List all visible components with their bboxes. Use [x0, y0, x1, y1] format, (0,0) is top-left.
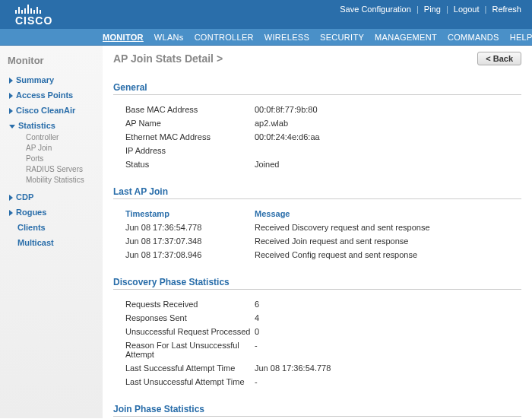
table-row: Unsuccessful Request Processed0 [113, 325, 521, 338]
value-req-recv: 6 [255, 300, 521, 309]
sidebar-item-rogues[interactable]: Rogues [0, 205, 103, 220]
sidebar-title: Monitor [0, 52, 103, 72]
nav-management[interactable]: MANAGEMENT [375, 33, 437, 42]
chevron-right-icon [9, 195, 13, 201]
nav-security[interactable]: SECURITY [320, 33, 364, 42]
cisco-logo: CISCO [15, 3, 52, 27]
label-ap-name: AP Name [125, 119, 255, 128]
top-header: CISCO Save Configuration | Ping | Logout… [0, 0, 532, 29]
value-base-mac: 00:0f:8f:77:9b:80 [255, 105, 521, 114]
sidebar-item-label: Rogues [16, 208, 46, 217]
sidebar-item-cisco-cleanair[interactable]: Cisco CleanAir [0, 103, 103, 118]
label-unsucc-req: Unsuccessful Request Processed [125, 327, 255, 336]
nav-wireless[interactable]: WIRELESS [264, 33, 309, 42]
label-ip: IP Address [125, 146, 255, 155]
sidebar-sub-radius-servers[interactable]: RADIUS Servers [26, 163, 98, 174]
sidebar-sub-label: Controller [26, 133, 59, 141]
value-status: Joined [255, 160, 521, 169]
cell-timestamp: Jun 08 17:37:08.946 [125, 250, 255, 259]
main: Monitor Summary Access Points Cisco Clea… [0, 46, 532, 418]
nav-bar: MONITOR WLANs CONTROLLER WIRELESS SECURI… [0, 29, 532, 46]
value-reason: - [255, 341, 521, 359]
section-general-head: General [113, 79, 521, 95]
table-row: Jun 08 17:37:07.348Received Join request… [113, 234, 521, 248]
sidebar-item-label: Statistics [18, 121, 55, 130]
table-row: StatusJoined [113, 157, 521, 171]
logout-link[interactable]: Logout [454, 5, 480, 14]
sidebar-item-label: CDP [16, 192, 33, 202]
nav-monitor[interactable]: MONITOR [103, 33, 144, 42]
table-row: Last Unsuccessful Attempt Time- [113, 375, 521, 389]
label-last-succ: Last Successful Attempt Time [125, 363, 255, 373]
nav-controller[interactable]: CONTROLLER [195, 33, 254, 42]
label-reason: Reason For Last Unsuccessful Attempt [125, 341, 255, 359]
save-config-link[interactable]: Save Configuration [340, 5, 411, 14]
sidebar-item-label: Multicast [9, 238, 54, 247]
value-last-unsucc: - [255, 377, 521, 386]
value-eth-mac: 00:0f:24:4e:d6:aa [255, 132, 521, 141]
sidebar-item-summary[interactable]: Summary [0, 72, 103, 87]
cisco-bars-icon [15, 3, 52, 14]
top-links: Save Configuration | Ping | Logout | Ref… [338, 5, 523, 14]
chevron-right-icon [9, 93, 13, 99]
sidebar-sub-mobility-statistics[interactable]: Mobility Statistics [26, 174, 98, 185]
value-ip [255, 146, 521, 155]
table-row: IP Address [113, 144, 521, 157]
sidebar-item-cdp[interactable]: CDP [0, 189, 103, 205]
cell-message: Received Join request and sent response [255, 236, 521, 246]
sidebar-sub-label: AP Join [26, 144, 52, 152]
content: AP Join Stats Detail > < Back General Ba… [103, 46, 532, 418]
sidebar-item-access-points[interactable]: Access Points [0, 87, 103, 103]
cell-message: Received Discovery request and sent resp… [255, 223, 521, 232]
sidebar-sub-ap-join[interactable]: AP Join [26, 142, 98, 153]
col-timestamp: Timestamp [125, 209, 255, 218]
label-base-mac: Base MAC Address [125, 105, 255, 114]
label-req-recv: Requests Received [125, 300, 255, 309]
value-ap-name: ap2.wlab [255, 119, 521, 128]
label-status: Status [125, 160, 255, 169]
table-row: Responses Sent4 [113, 311, 521, 325]
sidebar-sub-ports[interactable]: Ports [26, 153, 98, 163]
sidebar-sub-label: Mobility Statistics [26, 176, 84, 184]
chevron-right-icon [9, 108, 13, 114]
sidebar-sub-controller[interactable]: Controller [26, 132, 98, 142]
nav-commands[interactable]: COMMANDS [448, 33, 499, 42]
back-button[interactable]: < Back [477, 52, 521, 65]
sidebar-item-multicast[interactable]: Multicast [0, 235, 103, 250]
section-discovery-head: Discovery Phase Statistics [113, 274, 521, 290]
label-last-unsucc: Last Unsuccessful Attempt Time [125, 377, 255, 386]
col-message: Message [255, 209, 521, 218]
sidebar-item-clients[interactable]: Clients [0, 220, 103, 235]
label-eth-mac: Ethernet MAC Address [125, 132, 255, 141]
table-row: Base MAC Address00:0f:8f:77:9b:80 [113, 103, 521, 116]
refresh-link[interactable]: Refresh [492, 5, 521, 14]
nav-help[interactable]: HELP [510, 33, 532, 42]
section-join-head: Join Phase Statistics [113, 401, 521, 417]
ping-link[interactable]: Ping [424, 5, 441, 14]
last-ap-join-table: TimestampMessage Jun 08 17:36:54.778Rece… [113, 207, 521, 262]
table-row: Last Successful Attempt TimeJun 08 17:36… [113, 361, 521, 375]
discovery-table: Requests Received6 Responses Sent4 Unsuc… [113, 297, 521, 389]
nav-wlans[interactable]: WLANs [154, 33, 184, 42]
cell-message: Received Config request and sent respons… [255, 250, 521, 259]
sidebar-item-statistics[interactable]: Statistics Controller AP Join Ports RADI… [0, 118, 103, 189]
chevron-right-icon [9, 78, 13, 84]
sidebar-item-label: Clients [9, 223, 46, 232]
sidebar-sub-label: Ports [26, 154, 43, 163]
table-row: AP Nameap2.wlab [113, 116, 521, 130]
label-resp-sent: Responses Sent [125, 313, 255, 322]
chevron-right-icon [9, 210, 13, 216]
sidebar: Monitor Summary Access Points Cisco Clea… [0, 46, 103, 418]
table-row: Reason For Last Unsuccessful Attempt- [113, 338, 521, 361]
value-unsucc-req: 0 [255, 327, 521, 336]
value-last-succ: Jun 08 17:36:54.778 [255, 363, 521, 373]
section-last-ap-join-head: Last AP Join [113, 183, 521, 199]
table-row: Jun 08 17:36:54.778Received Discovery re… [113, 221, 521, 234]
table-header-row: TimestampMessage [113, 207, 521, 221]
cell-timestamp: Jun 08 17:37:07.348 [125, 236, 255, 246]
table-row: Requests Received6 [113, 297, 521, 311]
sidebar-item-label: Access Points [16, 90, 73, 100]
sidebar-sub-label: RADIUS Servers [26, 165, 83, 173]
chevron-down-icon [9, 125, 15, 129]
page-title: AP Join Stats Detail > [113, 52, 223, 65]
